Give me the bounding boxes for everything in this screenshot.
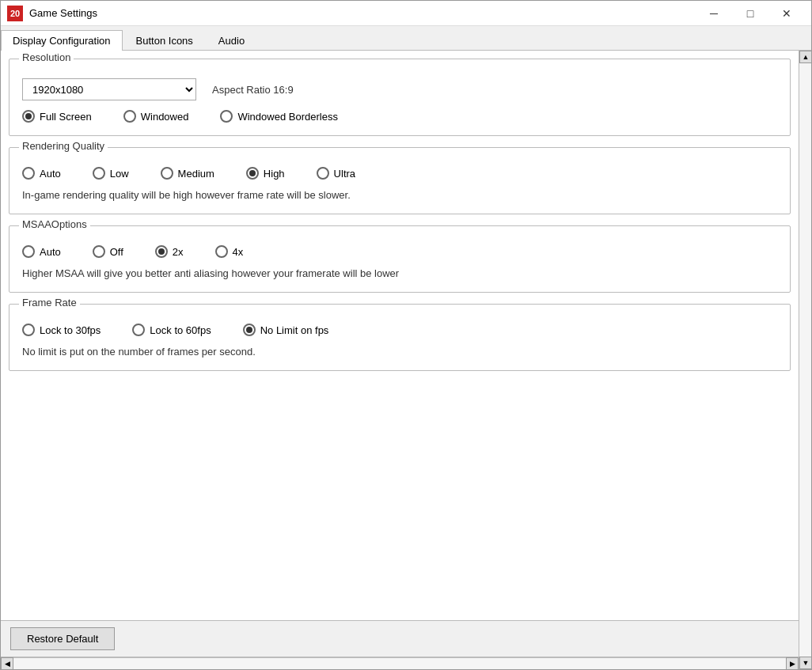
radio-msaa-auto-outer: [22, 245, 35, 258]
framerate-nolimit[interactable]: No Limit on fps: [243, 324, 329, 336]
rendering-low-label: Low: [110, 168, 129, 180]
rendering-section: Rendering Quality Auto Low Medium: [9, 147, 791, 214]
radio-borderless-outer: [220, 110, 233, 123]
radio-fps30-outer: [22, 324, 35, 336]
main-content: Resolution 1920x1080 1280x720 1600x900 2…: [1, 51, 799, 669]
framerate-lock30[interactable]: Lock to 30fps: [22, 324, 101, 336]
framerate-row: Lock to 30fps Lock to 60fps No Limit on …: [22, 324, 777, 336]
rendering-auto-label: Auto: [40, 168, 61, 180]
radio-windowed-outer: [123, 110, 136, 123]
close-button[interactable]: ✕: [768, 1, 805, 26]
radio-fpsnolimit-inner: [246, 327, 252, 333]
display-mode-windowed[interactable]: Windowed: [123, 110, 189, 123]
content-area: Resolution 1920x1080 1280x720 1600x900 2…: [1, 51, 799, 620]
scroll-up-button[interactable]: ▲: [799, 51, 811, 63]
radio-fps60-outer: [132, 324, 145, 336]
resolution-section-title: Resolution: [19, 51, 74, 63]
radio-fpsnolimit-outer: [243, 324, 256, 336]
rendering-high[interactable]: High: [246, 167, 285, 180]
aspect-ratio-label: Aspect Ratio 16:9: [212, 84, 294, 96]
restore-default-button[interactable]: Restore Default: [10, 627, 115, 650]
tab-button-icons[interactable]: Button Icons: [124, 30, 205, 51]
rendering-quality-row: Auto Low Medium: [22, 167, 777, 180]
rendering-ultra[interactable]: Ultra: [317, 167, 355, 180]
rendering-section-title: Rendering Quality: [19, 140, 108, 152]
radio-fullscreen-inner: [25, 113, 32, 119]
rendering-auto[interactable]: Auto: [22, 167, 61, 180]
radio-render-high-outer: [246, 167, 259, 180]
msaa-section-title: MSAAOptions: [19, 218, 90, 230]
msaa-4x-label: 4x: [233, 246, 244, 258]
radio-render-high-inner: [249, 170, 256, 176]
tab-audio[interactable]: Audio: [207, 30, 256, 51]
scroll-v-track[interactable]: [799, 63, 811, 657]
display-mode-fullscreen[interactable]: Full Screen: [22, 110, 92, 123]
radio-msaa-2x-inner: [158, 248, 165, 255]
msaa-section: MSAAOptions Auto Off: [9, 225, 791, 293]
msaa-row: Auto Off 2x: [22, 245, 777, 258]
framerate-lock60[interactable]: Lock to 60fps: [132, 324, 211, 336]
rendering-description: In-game rendering quality will be high h…: [22, 189, 777, 201]
bottom-bar: Restore Default: [1, 620, 799, 657]
framerate-lock30-label: Lock to 30fps: [40, 324, 101, 336]
radio-render-low-outer: [93, 167, 105, 180]
display-mode-row: Full Screen Windowed Windowed Borderless: [22, 110, 777, 123]
msaa-auto[interactable]: Auto: [22, 245, 61, 258]
radio-fullscreen-outer: [22, 110, 35, 123]
radio-render-ultra-outer: [317, 167, 329, 180]
rendering-high-label: High: [264, 168, 285, 180]
scroll-left-button[interactable]: ◀: [1, 657, 13, 670]
app-icon: 20: [7, 6, 23, 21]
framerate-nolimit-label: No Limit on fps: [260, 324, 329, 336]
radio-msaa-off-outer: [93, 245, 105, 258]
vertical-scrollbar: ▲ ▼: [799, 51, 811, 669]
msaa-off[interactable]: Off: [93, 245, 123, 258]
rendering-low[interactable]: Low: [93, 167, 129, 180]
display-mode-borderless[interactable]: Windowed Borderless: [220, 110, 337, 123]
framerate-description: No limit is put on the number of frames …: [22, 346, 777, 358]
framerate-section-title: Frame Rate: [19, 297, 80, 309]
msaa-description: Higher MSAA will give you better anti al…: [22, 267, 777, 279]
title-bar: 20 Game Settings ─ □ ✕: [1, 1, 811, 26]
radio-render-medium-outer: [161, 167, 173, 180]
display-mode-windowed-label: Windowed: [141, 111, 189, 123]
resolution-section: Resolution 1920x1080 1280x720 1600x900 2…: [9, 59, 791, 136]
resolution-select[interactable]: 1920x1080 1280x720 1600x900 2560x1440: [22, 78, 196, 100]
window-title: Game Settings: [29, 7, 696, 19]
main-wrapper: Resolution 1920x1080 1280x720 1600x900 2…: [1, 51, 811, 669]
radio-msaa-4x-outer: [215, 245, 228, 258]
maximize-button[interactable]: □: [732, 1, 768, 26]
msaa-4x[interactable]: 4x: [215, 245, 244, 258]
window-controls: ─ □ ✕: [696, 1, 805, 26]
scroll-h-track[interactable]: [13, 657, 786, 670]
msaa-off-label: Off: [110, 246, 123, 258]
rendering-medium-label: Medium: [178, 168, 214, 180]
scroll-down-button[interactable]: ▼: [799, 657, 811, 669]
scroll-right-button[interactable]: ▶: [786, 657, 799, 670]
display-mode-fullscreen-label: Full Screen: [40, 111, 92, 123]
rendering-ultra-label: Ultra: [334, 168, 355, 180]
display-mode-borderless-label: Windowed Borderless: [237, 111, 337, 123]
radio-msaa-2x-outer: [155, 245, 168, 258]
msaa-auto-label: Auto: [40, 246, 61, 258]
msaa-2x-label: 2x: [173, 246, 184, 258]
framerate-lock60-label: Lock to 60fps: [150, 324, 211, 336]
radio-render-auto-outer: [22, 167, 35, 180]
horizontal-scrollbar: ◀ ▶: [1, 657, 799, 669]
main-window: 20 Game Settings ─ □ ✕ Display Configura…: [0, 0, 812, 670]
tab-display-configuration[interactable]: Display Configuration: [1, 30, 123, 51]
resolution-row: 1920x1080 1280x720 1600x900 2560x1440 As…: [22, 78, 777, 100]
rendering-medium[interactable]: Medium: [161, 167, 214, 180]
minimize-button[interactable]: ─: [696, 1, 732, 26]
framerate-section: Frame Rate Lock to 30fps Lock to 60fps: [9, 304, 791, 371]
tab-bar: Display Configuration Button Icons Audio: [1, 26, 811, 51]
msaa-2x[interactable]: 2x: [155, 245, 184, 258]
